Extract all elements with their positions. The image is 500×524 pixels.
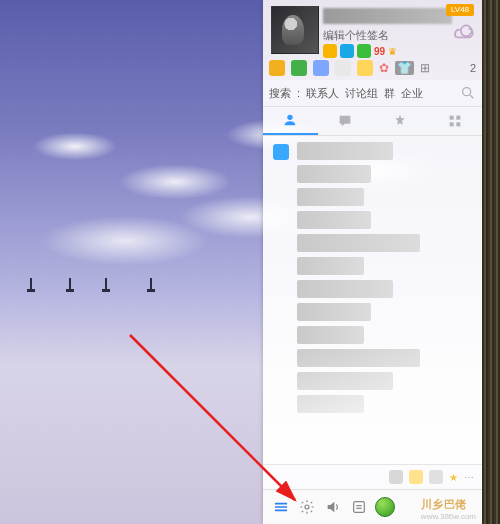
app-icon[interactable] [269, 60, 285, 76]
list-item[interactable] [297, 211, 371, 229]
search-icon[interactable] [460, 85, 476, 101]
vip-icon-row: 99 ♛ [323, 44, 397, 58]
panel-header: LV48 编辑个性签名 99 ♛ ✿ 👕 ⊞ 2 [263, 0, 482, 80]
svg-point-11 [305, 505, 309, 509]
list-item[interactable] [297, 188, 364, 206]
header-count: 2 [470, 62, 476, 74]
list-item[interactable] [297, 257, 364, 275]
list-item[interactable] [297, 280, 393, 298]
search-bar: 搜索: 联系人 讨论组 群 企业 [263, 80, 482, 107]
bottom-bar: 川乡巴佬 www.386w.com [263, 489, 482, 524]
main-tabs [263, 107, 482, 136]
app-box-button[interactable] [349, 497, 369, 517]
main-menu-button[interactable] [271, 497, 291, 517]
svg-point-3 [288, 115, 293, 120]
search-label: 搜索 [269, 86, 291, 101]
tab-contacts[interactable] [263, 107, 318, 135]
list-fade [263, 344, 482, 464]
apps-toggle-icon[interactable]: ⊞ [420, 61, 430, 75]
app-icon[interactable] [313, 60, 329, 76]
svg-rect-7 [456, 122, 460, 126]
app-icon[interactable] [335, 60, 351, 76]
security-button[interactable] [375, 497, 395, 517]
wallpaper-right-trees [482, 0, 500, 524]
svip-level[interactable]: 99 [374, 46, 385, 57]
header-app-row: ✿ 👕 ⊞ 2 [269, 60, 476, 76]
svg-rect-4 [449, 116, 453, 120]
search-input[interactable] [429, 86, 454, 100]
svg-rect-12 [354, 502, 365, 513]
service-icon[interactable] [340, 44, 354, 58]
user-avatar[interactable] [271, 6, 319, 54]
list-item[interactable] [297, 234, 420, 252]
svg-line-2 [470, 95, 473, 98]
contact-list[interactable] [263, 136, 482, 464]
appstrip-more-icon[interactable]: ⋯ [464, 472, 474, 483]
user-nickname-blurred[interactable] [323, 8, 452, 24]
sound-button[interactable] [323, 497, 343, 517]
search-seg-groups[interactable]: 群 [384, 86, 395, 101]
svg-point-1 [463, 88, 471, 96]
svg-rect-5 [456, 116, 460, 120]
svg-point-0 [461, 25, 472, 36]
application-strip: ★ ⋯ [263, 464, 482, 489]
list-item[interactable] [297, 142, 393, 160]
list-item[interactable] [297, 326, 364, 344]
qq-main-panel: LV48 编辑个性签名 99 ♛ ✿ 👕 ⊞ 2 搜索: 联系人 [263, 0, 482, 524]
search-seg-discussions[interactable]: 讨论组 [345, 86, 378, 101]
appstrip-icon[interactable] [409, 470, 423, 484]
weather-icon[interactable] [450, 20, 476, 46]
appstrip-icon[interactable] [429, 470, 443, 484]
signature-field[interactable]: 编辑个性签名 [323, 28, 389, 43]
watermark: 川乡巴佬 www.386w.com [421, 497, 476, 521]
flower-icon[interactable]: ✿ [379, 61, 389, 75]
app-icon[interactable] [357, 60, 373, 76]
svg-rect-6 [449, 122, 453, 126]
search-seg-contacts[interactable]: 联系人 [306, 86, 339, 101]
list-item[interactable] [297, 303, 371, 321]
qzone-star-icon[interactable]: ★ [449, 472, 458, 483]
shirt-icon[interactable]: 👕 [395, 61, 414, 75]
tab-more[interactable] [427, 107, 482, 135]
crown-icon[interactable]: ♛ [388, 46, 397, 57]
app-icon[interactable] [291, 60, 307, 76]
appstrip-icon[interactable] [389, 470, 403, 484]
service-icon-2[interactable] [357, 44, 371, 58]
qzone-icon[interactable] [323, 44, 337, 58]
level-badge[interactable]: LV48 [446, 4, 474, 16]
tab-space[interactable] [373, 107, 428, 135]
list-item[interactable] [297, 165, 371, 183]
search-seg-enterprise[interactable]: 企业 [401, 86, 423, 101]
tab-messages[interactable] [318, 107, 373, 135]
settings-button[interactable] [297, 497, 317, 517]
